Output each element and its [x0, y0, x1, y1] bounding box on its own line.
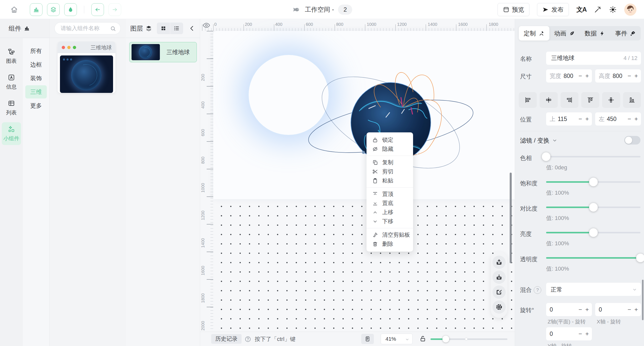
opacity-slider[interactable]	[546, 257, 640, 259]
sidebar-item-info[interactable]: 信息	[2, 71, 21, 93]
zoom-slider[interactable]	[431, 338, 507, 340]
saturation-slider[interactable]	[546, 181, 640, 183]
settings-gear-icon[interactable]	[492, 300, 506, 314]
rotate-x-stepper[interactable]: 0 −+	[595, 303, 641, 316]
toggle-charts-panel-button[interactable]	[30, 3, 42, 16]
slider-thumb[interactable]	[589, 228, 598, 237]
category-more[interactable]: 更多	[25, 99, 47, 112]
tab-customize[interactable]: 定制	[519, 26, 549, 40]
context-menu-item-move-up[interactable]: 上移	[367, 208, 413, 217]
top-stepper[interactable]: 上115 −+	[546, 112, 592, 126]
undo-button[interactable]	[91, 3, 104, 16]
context-menu-item-move-down[interactable]: 下移	[367, 217, 413, 226]
increment-icon[interactable]: +	[585, 306, 589, 313]
category-all[interactable]: 所有	[25, 44, 47, 57]
minimap-toggle-button[interactable]	[361, 334, 374, 344]
context-menu-item-paste[interactable]: 粘贴	[367, 176, 413, 185]
theme-wand-icon[interactable]	[594, 6, 602, 13]
help-icon[interactable]	[245, 336, 251, 342]
slider-thumb[interactable]	[589, 178, 598, 186]
zoom-level-select[interactable]: 41%	[381, 334, 413, 344]
context-menu-item-cut[interactable]: 剪切	[367, 167, 413, 176]
design-canvas[interactable]: 0200 400600 8001000 12001400 16001800 20…	[200, 19, 515, 346]
layer-item-3d-earth[interactable]: 三维地球	[129, 42, 197, 62]
align-center-horizontal-button[interactable]	[540, 92, 557, 108]
export-button[interactable]	[492, 256, 506, 269]
rotate-y-stepper[interactable]: 0 −+	[546, 327, 592, 340]
slider-thumb[interactable]	[589, 203, 598, 212]
import-button[interactable]	[492, 271, 506, 284]
increment-icon[interactable]: +	[585, 115, 589, 123]
ruler-visibility-eye-icon[interactable]	[202, 21, 211, 30]
category-decoration[interactable]: 装饰	[25, 72, 47, 85]
collapse-panel-icon[interactable]	[188, 25, 196, 32]
search-input[interactable]	[60, 23, 108, 34]
question-icon[interactable]: ?	[534, 286, 541, 294]
align-top-button[interactable]	[581, 92, 599, 108]
rotate-z-stepper[interactable]: 0 −+	[546, 303, 592, 316]
decrement-icon[interactable]: −	[578, 330, 582, 337]
language-icon[interactable]: 文A	[576, 5, 586, 14]
redo-button[interactable]	[109, 3, 121, 16]
zoom-lock-icon[interactable]	[419, 335, 426, 342]
search-icon[interactable]	[110, 25, 116, 32]
inspector-scrollbar[interactable]	[642, 280, 643, 320]
dark-mode-sun-icon[interactable]	[609, 6, 617, 13]
blend-mode-select[interactable]: 正常	[546, 283, 641, 296]
sidebar-item-list[interactable]: 列表	[2, 96, 21, 119]
decrement-icon[interactable]: −	[628, 306, 631, 313]
category-3d[interactable]: 三维	[25, 85, 47, 98]
increment-icon[interactable]: +	[585, 330, 589, 337]
context-menu-item-hide[interactable]: 隐藏	[367, 145, 413, 154]
canvas-vertical-scrollbar[interactable]	[510, 173, 512, 263]
decrement-icon[interactable]: −	[628, 72, 631, 79]
brightness-slider[interactable]	[546, 232, 640, 233]
hue-slider[interactable]	[546, 156, 640, 157]
context-menu-item-delete[interactable]: 删除	[367, 239, 413, 249]
contrast-slider[interactable]	[546, 207, 640, 208]
increment-icon[interactable]: +	[585, 72, 589, 79]
component-card-3d-earth[interactable]: 三维地球	[58, 42, 115, 93]
decrement-icon[interactable]: −	[578, 115, 582, 123]
tab-events[interactable]: 事件	[610, 26, 641, 40]
slider-thumb[interactable]	[542, 152, 550, 161]
width-stepper[interactable]: 宽度800 −+	[546, 69, 592, 83]
tab-animation[interactable]: 动画	[549, 26, 580, 40]
sidebar-item-charts[interactable]: 图表	[2, 45, 21, 68]
filter-toggle[interactable]	[624, 136, 640, 145]
user-avatar[interactable]	[624, 4, 636, 16]
context-menu-item-bring-to-front[interactable]: 置顶	[367, 190, 413, 199]
name-input-field[interactable]	[551, 52, 614, 64]
tab-data[interactable]: 数据	[580, 26, 610, 40]
list-view-icon[interactable]	[170, 23, 183, 34]
zoom-slider-thumb[interactable]	[442, 336, 449, 342]
slider-thumb[interactable]	[636, 254, 644, 262]
height-stepper[interactable]: 高度800 −+	[595, 69, 641, 83]
align-right-button[interactable]	[561, 92, 578, 108]
context-menu-item-clear-clipboard[interactable]: 清空剪贴板	[367, 230, 413, 239]
preview-button[interactable]: 预览	[498, 3, 529, 16]
toggle-details-panel-button[interactable]	[64, 3, 77, 16]
chevron-down-icon[interactable]	[552, 138, 557, 143]
category-border[interactable]: 边框	[25, 58, 47, 71]
align-left-button[interactable]	[519, 92, 537, 108]
increment-icon[interactable]: +	[634, 72, 638, 79]
decrement-icon[interactable]: −	[628, 115, 631, 123]
decrement-icon[interactable]: −	[578, 306, 582, 313]
increment-icon[interactable]: +	[634, 115, 638, 123]
left-stepper[interactable]: 左450 −+	[595, 112, 641, 126]
decrement-icon[interactable]: −	[578, 72, 582, 79]
context-menu-item-send-to-back[interactable]: 置底	[367, 199, 413, 208]
align-center-vertical-button[interactable]	[602, 92, 620, 108]
increment-icon[interactable]: +	[634, 306, 638, 313]
home-icon[interactable]	[10, 6, 18, 14]
context-menu-item-lock[interactable]: 锁定	[367, 135, 413, 145]
sidebar-item-widgets[interactable]: 小组件	[2, 122, 21, 145]
publish-button[interactable]: 发布	[537, 3, 569, 16]
context-menu-item-copy[interactable]: 复制	[367, 158, 413, 167]
grid-view-icon[interactable]	[157, 23, 170, 34]
toggle-layers-panel-button[interactable]	[47, 3, 60, 16]
edit-button[interactable]	[492, 286, 506, 299]
align-bottom-button[interactable]	[623, 92, 641, 108]
history-button[interactable]: 历史记录	[211, 334, 242, 344]
